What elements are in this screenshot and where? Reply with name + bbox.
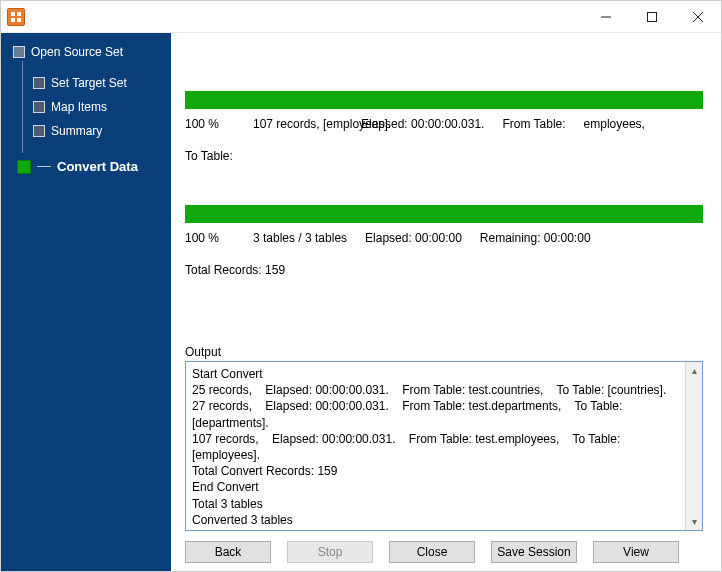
progress-to-label: To Table: xyxy=(185,149,233,163)
sidebar-item-label: Convert Data xyxy=(57,159,138,174)
sidebar-item-label: Set Target Set xyxy=(51,76,127,90)
titlebar xyxy=(1,1,721,33)
window-buttons xyxy=(583,1,721,33)
overall-progress-bar xyxy=(185,205,703,223)
sidebar-item-set-target[interactable]: Set Target Set xyxy=(33,76,163,90)
sidebar-item-summary[interactable]: Summary xyxy=(33,124,163,138)
maximize-button[interactable] xyxy=(629,1,675,33)
svg-rect-1 xyxy=(17,12,21,16)
overall-total: Total Records: 159 xyxy=(185,263,285,277)
app-window: Open Source Set Set Target Set Map Items… xyxy=(0,0,722,572)
svg-rect-5 xyxy=(648,12,657,21)
tree-node-icon xyxy=(33,101,45,113)
minimize-icon xyxy=(601,12,611,22)
svg-rect-2 xyxy=(11,18,15,22)
tree-node-icon xyxy=(13,46,25,58)
progress-from-label: From Table: xyxy=(502,117,565,131)
sidebar-root-label: Open Source Set xyxy=(31,45,123,59)
svg-rect-0 xyxy=(11,12,15,16)
sidebar-root-open-source[interactable]: Open Source Set xyxy=(13,45,163,59)
table-progress-stats: 100 % 107 records, [employees]. Elapsed:… xyxy=(185,109,703,167)
sidebar-item-label: Map Items xyxy=(51,100,107,114)
view-button[interactable]: View xyxy=(593,541,679,563)
tree-connector xyxy=(37,166,51,167)
overall-tables: 3 tables / 3 tables xyxy=(253,231,347,245)
app-icon xyxy=(7,8,25,26)
back-button[interactable]: Back xyxy=(185,541,271,563)
tree-node-icon xyxy=(33,77,45,89)
close-icon xyxy=(693,12,703,22)
sidebar-item-convert-data[interactable]: Convert Data xyxy=(17,159,163,174)
output-textarea[interactable]: Start Convert 25 records, Elapsed: 00:00… xyxy=(186,362,685,530)
active-step-icon xyxy=(17,160,31,174)
svg-rect-3 xyxy=(17,18,21,22)
main-panel: 100 % 107 records, [employees]. Elapsed:… xyxy=(171,33,721,571)
button-row: Back Stop Close Save Session View xyxy=(185,531,703,563)
save-session-button[interactable]: Save Session xyxy=(491,541,577,563)
sidebar-item-map-items[interactable]: Map Items xyxy=(33,100,163,114)
scroll-down-icon[interactable]: ▾ xyxy=(686,513,702,530)
overall-remaining: Remaining: 00:00:00 xyxy=(480,231,591,245)
close-button-action[interactable]: Close xyxy=(389,541,475,563)
output-box: Start Convert 25 records, Elapsed: 00:00… xyxy=(185,361,703,531)
overall-elapsed: Elapsed: 00:00:00 xyxy=(365,231,462,245)
progress-elapsed: Elapsed: 00:00:00.031. xyxy=(361,117,484,131)
close-button[interactable] xyxy=(675,1,721,33)
scroll-up-icon[interactable]: ▴ xyxy=(686,362,702,379)
output-label: Output xyxy=(185,345,703,359)
table-progress-bar xyxy=(185,91,703,109)
tree-node-icon xyxy=(33,125,45,137)
overall-progress-stats: 100 % 3 tables / 3 tables Elapsed: 00:00… xyxy=(185,223,703,281)
overall-percent: 100 % xyxy=(185,231,235,245)
maximize-icon xyxy=(647,12,657,22)
minimize-button[interactable] xyxy=(583,1,629,33)
output-text-content: Start Convert 25 records, Elapsed: 00:00… xyxy=(192,367,666,530)
progress-from-value: employees, xyxy=(584,117,645,131)
output-scrollbar[interactable]: ▴ ▾ xyxy=(685,362,702,530)
progress-records: 107 records, [employees]. xyxy=(253,117,343,131)
stop-button[interactable]: Stop xyxy=(287,541,373,563)
progress-percent: 100 % xyxy=(185,117,235,131)
wizard-sidebar: Open Source Set Set Target Set Map Items… xyxy=(1,33,171,571)
sidebar-item-label: Summary xyxy=(51,124,102,138)
